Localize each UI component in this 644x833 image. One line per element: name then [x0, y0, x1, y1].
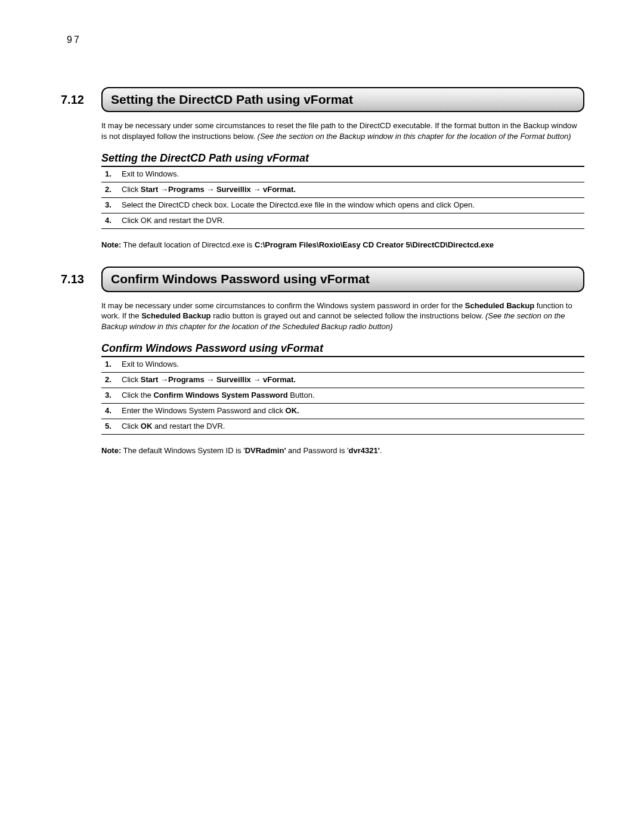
step-text-bold: OK — [141, 422, 153, 431]
document-page: 97 7.12 Setting the DirectCD Path using … — [0, 0, 644, 833]
note-text: . — [380, 446, 382, 455]
steps-table: 1. Exit to Windows. 2. Click Start →Prog… — [101, 357, 584, 434]
step-text-plain: Enter the Windows System Password and cl… — [122, 406, 286, 415]
step-text-plain: Click — [122, 185, 141, 194]
intro-text: It may be necessary under some circumsta… — [101, 301, 465, 310]
step-text: Exit to Windows. — [118, 357, 584, 372]
note-text: The default Windows System ID is ' — [121, 446, 244, 455]
section-title: Confirm Windows Password using vFormat — [103, 268, 583, 290]
step-text-bold: Start →Programs → Surveillix → vFormat. — [141, 185, 296, 194]
step-row: 3. Select the DirectCD check box. Locate… — [101, 198, 584, 213]
step-number: 2. — [101, 182, 118, 198]
step-number: 1. — [101, 167, 118, 182]
step-row: 3. Click the Confirm Windows System Pass… — [101, 388, 584, 404]
section-heading-7-13: 7.13 Confirm Windows Password using vFor… — [60, 267, 584, 292]
step-text-bold: Confirm Windows System Password — [153, 391, 287, 400]
note-paragraph: Note: The default location of Directcd.e… — [101, 240, 584, 250]
section-title-box: Setting the DirectCD Path using vFormat — [101, 87, 584, 112]
note-paragraph: Note: The default Windows System ID is '… — [101, 445, 584, 456]
step-text-plain: Click — [122, 375, 141, 384]
step-text: Exit to Windows. — [118, 167, 584, 182]
step-number: 1. — [101, 357, 118, 372]
step-number: 4. — [101, 403, 118, 419]
step-text: Select the DirectCD check box. Locate th… — [118, 198, 584, 213]
note-label: Note: — [101, 446, 121, 455]
intro-bold: Scheduled Backup — [465, 301, 534, 310]
section-body-7-12: It may be necessary under some circumsta… — [101, 120, 584, 250]
step-number: 4. — [101, 213, 118, 228]
step-text-bold: Start →Programs → Surveillix → vFormat. — [141, 375, 296, 384]
section-number: 7.12 — [60, 87, 101, 112]
subsection-heading: Confirm Windows Password using vFormat — [101, 342, 584, 357]
step-row: 1. Exit to Windows. — [101, 357, 584, 372]
step-text-bold: OK. — [286, 406, 299, 415]
step-row: 4. Enter the Windows System Password and… — [101, 403, 584, 419]
step-text: Click Start →Programs → Surveillix → vFo… — [118, 182, 584, 198]
step-text-plain: Button. — [288, 391, 315, 400]
step-row: 2. Click Start →Programs → Surveillix → … — [101, 182, 584, 198]
intro-paragraph: It may be necessary under some circumsta… — [101, 120, 584, 141]
step-row: 1. Exit to Windows. — [101, 167, 584, 182]
step-number: 5. — [101, 419, 118, 434]
step-number: 3. — [101, 198, 118, 213]
note-bold: DVRadmin' — [245, 446, 286, 455]
step-text: Click the Confirm Windows System Passwor… — [118, 388, 584, 404]
step-number: 3. — [101, 388, 118, 404]
section-title-box: Confirm Windows Password using vFormat — [101, 267, 584, 292]
note-bold: dvr4321' — [349, 446, 380, 455]
intro-paragraph: It may be necessary under some circumsta… — [101, 301, 584, 332]
section-number: 7.13 — [60, 267, 101, 292]
step-text: Click Start →Programs → Surveillix → vFo… — [118, 373, 584, 388]
steps-table: 1. Exit to Windows. 2. Click Start →Prog… — [101, 167, 584, 229]
note-label: Note: — [101, 240, 121, 249]
step-row: 2. Click Start →Programs → Surveillix → … — [101, 373, 584, 388]
note-path: C:\Program Files\Roxio\Easy CD Creator 5… — [255, 240, 494, 249]
step-text: Enter the Windows System Password and cl… — [118, 403, 584, 419]
page-number: 97 — [67, 35, 584, 45]
step-text: Click OK and restart the DVR. — [118, 213, 584, 228]
intro-bold: Scheduled Backup — [141, 311, 210, 320]
subsection-heading: Setting the DirectCD Path using vFormat — [101, 152, 584, 167]
step-row: 4. Click OK and restart the DVR. — [101, 213, 584, 228]
intro-text: radio button is grayed out and cannot be… — [211, 311, 485, 320]
section-body-7-13: It may be necessary under some circumsta… — [101, 301, 584, 456]
step-number: 2. — [101, 373, 118, 388]
section-heading-7-12: 7.12 Setting the DirectCD Path using vFo… — [60, 87, 584, 112]
step-text-plain: Click — [122, 422, 141, 431]
step-text: Click OK and restart the DVR. — [118, 419, 584, 434]
step-row: 5. Click OK and restart the DVR. — [101, 419, 584, 434]
intro-italic: (See the section on the Backup window in… — [258, 132, 571, 141]
section-title: Setting the DirectCD Path using vFormat — [103, 88, 583, 111]
step-text-plain: and restart the DVR. — [152, 422, 225, 431]
step-text-plain: Click the — [122, 391, 153, 400]
note-text: and Password is ' — [286, 446, 348, 455]
note-text: The default location of Directcd.exe is — [121, 240, 255, 249]
